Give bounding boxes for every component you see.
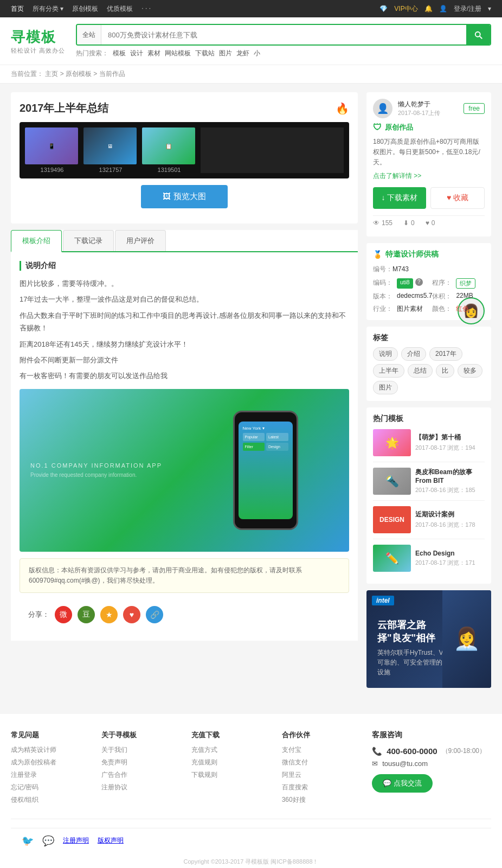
hot-name-1: 【萌梦】第十桶 [415, 433, 485, 442]
see-more-link[interactable]: 点击了解详情 >> [373, 171, 485, 181]
gallery-thumb-1[interactable]: 📱 1319496 [25, 127, 79, 173]
collect-button[interactable]: ♥ 收藏 [430, 187, 485, 209]
nav-categories[interactable]: 所有分类 ▾ [33, 4, 63, 14]
thumb-image-3: 📋 [142, 127, 195, 164]
vip-center[interactable]: VIP中心 [394, 4, 417, 14]
tag-5[interactable]: 总结 [408, 364, 433, 378]
footer-link-4-2[interactable]: 微信支付 [282, 758, 362, 767]
footer-copyright-link[interactable]: 版权声明 [98, 836, 124, 845]
footer-link-2-1[interactable]: 关于我们 [101, 745, 181, 755]
original-desc: 180万高质是原创作品+80万可商用版权图片。每日更新500+，低至0.18元/… [373, 137, 485, 168]
wechat-icon[interactable]: 💬 [42, 835, 54, 847]
footer-link-1-2[interactable]: 成为原创投稿者 [11, 758, 91, 767]
thumb-image-1: 📱 [25, 127, 78, 164]
footer-link-3-3[interactable]: 下载规则 [191, 770, 271, 780]
top-nav-left: 首页 所有分类 ▾ 原创模板 优质模板 · · · [11, 4, 151, 14]
hot-tag-2[interactable]: 设计 [130, 49, 143, 58]
hot-templates-section: 热门模板 🌟 【萌梦】第十桶 2017-08-17 浏览：194 🔦 奥皮和Be… [366, 407, 491, 584]
weibo-icon[interactable]: 🐦 [22, 835, 34, 847]
hot-info-2: 奥皮和Beam的故事 From BIT 2017-08-16 浏览：185 [415, 468, 485, 494]
footer-col-recharge: 充值下载 充值方式 充值规则 下载规则 [191, 730, 271, 808]
footer-link-1-5[interactable]: 侵权/组织 [11, 795, 91, 805]
nav-original[interactable]: 原创模板 [72, 4, 98, 14]
footer-link-2-3[interactable]: 广告合作 [101, 770, 181, 780]
user-avatar: 👤 [373, 99, 392, 118]
tab-intro[interactable]: 模板介绍 [11, 230, 62, 252]
hot-tag-6[interactable]: 图片 [219, 49, 232, 58]
footer-col-faq: 常见问题 成为精英设计师 成为原创投稿者 注册登录 忘记/密码 侵权/组织 [11, 730, 91, 808]
search-button[interactable] [466, 25, 490, 44]
footer-link-1-1[interactable]: 成为精英设计师 [11, 745, 91, 755]
footer-link-3-2[interactable]: 充值规则 [191, 758, 271, 767]
email-icon: ✉ [372, 760, 378, 768]
hot-item-2[interactable]: 🔦 奥皮和Beam的故事 From BIT 2017-08-16 浏览：185 [373, 468, 485, 501]
message-btn[interactable]: 🔔 [424, 5, 433, 12]
search-input[interactable] [101, 25, 466, 44]
footer-notice-link[interactable]: 注册声明 [63, 836, 89, 845]
upload-time: 2017-08-17上传 [398, 109, 440, 117]
star-share-btn[interactable]: ★ [100, 606, 118, 623]
tab-downloads[interactable]: 下载记录 [63, 230, 114, 251]
tag-8[interactable]: 图片 [373, 381, 398, 394]
search-icon [473, 30, 483, 40]
link-share-btn[interactable]: 🔗 [146, 606, 163, 623]
footer-link-4-5[interactable]: 360好搜 [282, 795, 362, 805]
tag-2[interactable]: 介绍 [401, 347, 426, 361]
footer-link-4-3[interactable]: 阿里云 [282, 770, 362, 780]
hot-name-4: Echo Design [415, 550, 485, 557]
search-site-selector[interactable]: 全站 [77, 25, 101, 44]
footer-link-4-1[interactable]: 支付宝 [282, 745, 362, 755]
article-title: 2017年上半年总结 [20, 101, 109, 116]
heart-share-btn[interactable]: ♥ [123, 606, 140, 623]
hot-tag-4[interactable]: 网站模板 [165, 49, 191, 58]
hot-tag-5[interactable]: 下载站 [195, 49, 215, 58]
user-name[interactable]: 懒人乾梦于 [398, 100, 440, 109]
hot-tag-7[interactable]: 龙虾 [236, 49, 249, 58]
nav-premium[interactable]: 优质模板 [107, 4, 133, 14]
tag-6[interactable]: 比 [436, 364, 454, 378]
dropdown-icon[interactable]: ▾ [488, 5, 491, 12]
gallery-thumb-3[interactable]: 📋 1319501 [142, 127, 196, 173]
hot-tag-3[interactable]: 素材 [147, 49, 160, 58]
douban-share-btn[interactable]: 豆 [78, 606, 95, 623]
nav-more[interactable]: · · · [141, 4, 151, 14]
hot-item-4[interactable]: ✏️ Echo Design 2017-08-17 浏览：171 [373, 545, 485, 577]
hot-tag-1[interactable]: 模板 [113, 49, 126, 58]
preview-button[interactable]: 🖼 预览大图 [141, 185, 227, 208]
tag-4[interactable]: 上半年 [373, 364, 404, 378]
nav-home[interactable]: 首页 [11, 4, 24, 14]
user-avatar-icon[interactable]: 👤 [439, 5, 447, 12]
gallery-main-display [201, 127, 344, 173]
footer-about-title: 关于寻模板 [101, 730, 181, 740]
hot-title: 热门模板 [373, 414, 485, 424]
encoder-help-icon[interactable]: ? [415, 278, 423, 286]
breadcrumb-original[interactable]: 原创模板 [66, 70, 92, 78]
desc-text-2: 17年过去一大半，整理一波作品这是对自己的督促和总结。 [20, 293, 349, 305]
gallery-thumb-2[interactable]: 🖥 1321757 [83, 127, 138, 173]
weibo-share-btn[interactable]: 微 [55, 606, 72, 623]
breadcrumb-current: 当前作品 [99, 70, 125, 78]
download-button[interactable]: ↓ 下载素材 [373, 187, 426, 209]
tag-7[interactable]: 较多 [458, 364, 482, 378]
tag-3[interactable]: 2017年 [429, 347, 462, 361]
tab-reviews[interactable]: 用户评价 [115, 230, 166, 251]
hot-item-1[interactable]: 🌟 【萌梦】第十桶 2017-08-17 浏览：194 [373, 429, 485, 462]
hot-tag-8[interactable]: 小 [254, 49, 260, 58]
hot-item-3[interactable]: DESIGN 近期设计案例 2017-08-16 浏览：178 [373, 506, 485, 539]
footer-link-2-4[interactable]: 注册协议 [101, 783, 181, 792]
user-login[interactable]: 登录/注册 [454, 4, 481, 14]
footer-link-1-4[interactable]: 忘记/密码 [11, 783, 91, 792]
footer-link-1-3[interactable]: 注册登录 [11, 770, 91, 780]
like-count: ♥ 0 [426, 219, 435, 227]
footer-link-4-4[interactable]: 百度搜索 [282, 783, 362, 792]
breadcrumb-home[interactable]: 主页 [45, 70, 58, 78]
chat-button[interactable]: 💬 点我交流 [372, 774, 433, 793]
ad-banner[interactable]: intel 广告 👩‍💼 云部署之路择"良友"相伴 英特尔联手HyTrust、V… [366, 590, 491, 688]
top-nav: 首页 所有分类 ▾ 原创模板 优质模板 · · · 💎 VIP中心 🔔 👤 登录… [0, 0, 502, 17]
size-row: 休积： 22MB [432, 292, 485, 301]
customer-section: 客服咨询 📞 400-600-0000 （9:00-18:00） ✉ tousu… [372, 730, 491, 808]
footer-link-3-1[interactable]: 充值方式 [191, 745, 271, 755]
tag-1[interactable]: 说明 [373, 347, 398, 361]
share-row: 分享： 微 豆 ★ ♥ 🔗 [20, 599, 349, 632]
footer-link-2-2[interactable]: 免责声明 [101, 758, 181, 767]
